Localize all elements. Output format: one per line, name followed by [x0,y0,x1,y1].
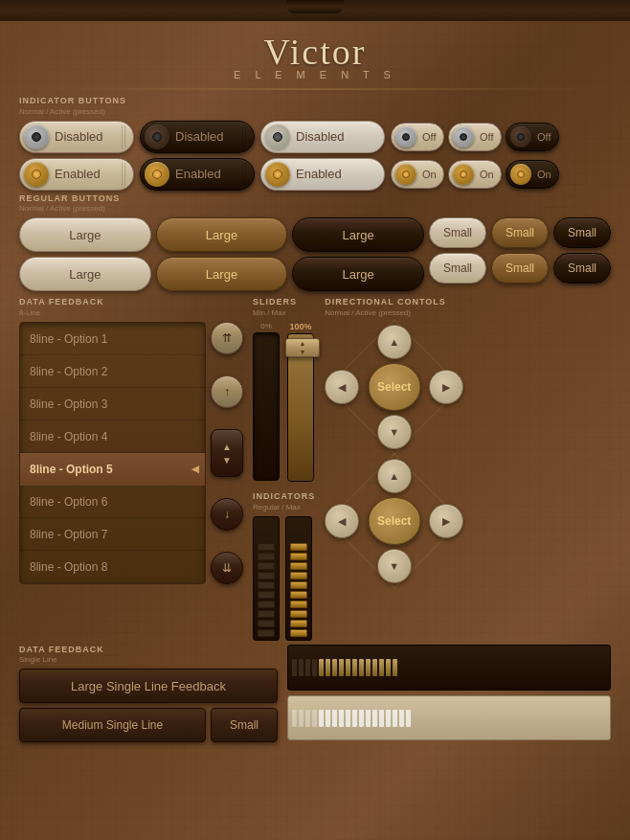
dir-center-label-1: Select [377,380,411,394]
slider-2-track: ▲ ▼ [287,333,314,482]
ind-btn-disabled-dark[interactable]: Disabled [140,121,255,153]
ind-icon-gold-2 [145,162,169,187]
indicator-buttons-label: INDICATOR BUTTONS [19,96,611,107]
feedback-item-1[interactable]: 8line - Option 1 [20,323,205,355]
feedback-item-7[interactable]: 8line - Option 7 [20,518,205,551]
regular-buttons-label: REGULAR BUTTONS [19,193,611,205]
ind-btn-disabled-outline[interactable]: Disabled [260,121,385,153]
reg-btn-small-black-1[interactable]: Small [553,217,611,248]
dir-btn-left-2[interactable]: ◀ [325,504,359,538]
ind-icon-inner-gold-sm-1 [402,170,410,178]
bar-seg-lit-3 [290,562,307,570]
reg-btn-large-brown-1[interactable]: Large [156,217,288,252]
reg-btn-large-brown-2[interactable]: Large [156,257,288,291]
slider-2-thumb[interactable]: ▲ ▼ [285,338,320,357]
app-subtitle: E L E M E N T S [0,69,630,80]
bar-seg-lit-5 [290,581,307,589]
single-line-large-label: Large Single Line Feedback [71,679,226,693]
bsl-9 [346,710,350,727]
dir-btn-left-1[interactable]: ◀ [325,370,359,404]
large-btns-light-col: Large Large [19,217,151,291]
bsl-7 [332,710,337,727]
scroll-updown-btn[interactable]: ▲ ▼ [211,429,243,477]
dir-control-bottom: ▲ ◀ Select ▶ ▼ [325,459,463,583]
ind-btn-on-1[interactable]: On [391,160,444,189]
dir-btn-up-2[interactable]: ▲ [377,459,412,493]
feedback-item-3[interactable]: 8line - Option 3 [20,388,205,420]
single-line-medium-btn[interactable]: Medium Single Line [19,708,206,742]
sliders-title: SLIDERS [253,297,315,308]
dir-btn-center-1[interactable]: Select [368,363,420,411]
ind-icon-inner-1 [32,132,41,142]
bsd-7 [332,659,337,676]
reg-btn-small-black-2[interactable]: Small [553,253,611,284]
scroll-top-btn[interactable]: ⇈ [211,322,243,354]
bsd-3 [305,659,310,676]
ind-btn-enabled-outline[interactable]: Enabled [260,158,385,191]
reg-btn-large-light-1[interactable]: Large [19,217,151,252]
single-line-large-btn[interactable]: Large Single Line Feedback [19,669,278,703]
ind-icon-gold-sm-3 [510,164,531,185]
slider-2-wrapper: 100% ▲ ▼ [287,322,314,482]
dir-btn-right-1[interactable]: ▶ [429,370,463,404]
bottom-bar-dark [287,645,611,691]
reg-btn-small-brown-2[interactable]: Small [491,253,549,284]
reg-btn-small-brown-1[interactable]: Small [491,217,549,248]
small-btns-col2: Small Small [491,217,549,291]
feedback-list: 8line - Option 1 8line - Option 2 8line … [19,322,206,584]
single-line-subtitle: Single Line [19,655,278,664]
single-line-and-bars: DATA FEEDBACK Single Line Large Single L… [19,645,611,743]
data-feedback-8line-subtitle: 8-Line [19,308,243,317]
scroll-down-btn[interactable]: ↓ [211,498,243,531]
bar-seg-dark-9 [258,620,275,627]
bottom-bar-indicators [287,645,611,743]
slider-1-min-label: 0% [260,322,272,330]
ind-btn-off-3-label: Off [537,131,551,143]
reg-btn-small-light-2[interactable]: Small [429,253,486,284]
dir-btn-up-1[interactable]: ▲ [377,325,412,359]
ind-btn-off-1-label: Off [422,131,436,143]
slider-thumb-arrows: ▲ ▼ [300,340,306,355]
ind-btn-off-3[interactable]: Off [506,123,559,151]
feedback-item-5[interactable]: 8line - Option 5 [20,453,205,486]
indicator-bar-lit [285,516,312,641]
directional-subtitle: Normal / Active (pressed) [325,308,611,317]
bar-seg-dark-1 [258,543,275,551]
ind-icon-sm-2 [453,126,474,148]
dir-btn-right-2[interactable]: ▶ [429,504,463,538]
bar-seg-lit-9 [290,620,307,627]
feedback-scroll-controls: ⇈ ↑ ▲ ▼ ↓ ⇊ [211,322,243,584]
bsl-11 [359,710,364,727]
sliders-container: 0% 100% ▲ ▼ [253,322,315,482]
scroll-bottom-btn[interactable]: ⇊ [211,552,243,584]
ind-icon-gold-1 [24,162,49,187]
reg-btn-large-black-2[interactable]: Large [292,257,424,291]
regular-buttons-section: REGULAR BUTTONS Normal / Active (pressed… [19,193,611,292]
reg-btn-large-light-2[interactable]: Large [19,257,151,291]
reg-btn-large-black-1[interactable]: Large [292,217,424,252]
ind-btn-off-2[interactable]: Off [448,123,502,151]
btn-lines-3 [122,163,125,186]
ind-btn-enabled-light[interactable]: Enabled [19,158,134,191]
feedback-item-2[interactable]: 8line - Option 2 [20,355,205,388]
data-feedback-8line-section: DATA FEEDBACK 8-Line 8line - Option 1 8l… [19,297,243,640]
ind-btn-on-3[interactable]: On [506,160,559,189]
header-divider [19,88,611,90]
ind-btn-on-2[interactable]: On [448,160,502,189]
dir-btn-down-1[interactable]: ▼ [377,415,412,449]
ind-btn-disabled-light[interactable]: Disabled [19,121,134,153]
ind-btn-enabled-dark[interactable]: Enabled [140,158,255,191]
reg-btn-small-light-1[interactable]: Small [429,217,486,248]
bsl-2 [299,710,304,727]
feedback-item-6[interactable]: 8line - Option 6 [20,486,205,518]
dir-btn-center-2[interactable]: Select [368,497,420,545]
single-line-medium-label: Medium Single Line [62,718,163,732]
dir-btn-down-2[interactable]: ▼ [377,549,412,583]
single-line-small-btn[interactable]: Small [211,708,278,742]
scroll-up-btn[interactable]: ↑ [211,375,243,408]
bsd-11 [359,659,364,676]
indicator-bars-container [253,516,315,641]
feedback-item-8[interactable]: 8line - Option 8 [20,551,205,583]
ind-btn-off-1[interactable]: Off [391,123,444,151]
feedback-item-4[interactable]: 8line - Option 4 [20,420,205,453]
